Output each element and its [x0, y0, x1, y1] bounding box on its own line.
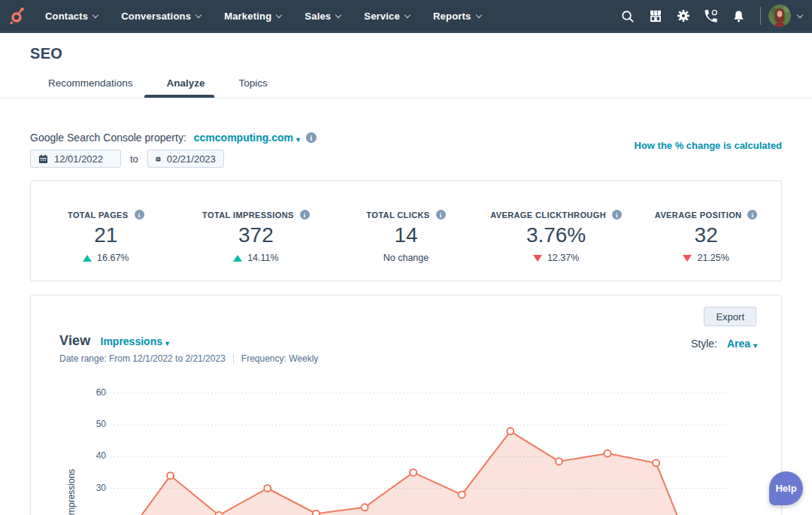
stat-value: 14	[394, 223, 417, 247]
change-direction-icon	[683, 255, 692, 262]
search-icon[interactable]	[614, 5, 641, 27]
nav-item-label: Contacts	[45, 11, 88, 22]
to-label: to	[130, 153, 138, 165]
property-value: ccmcomputing.com	[194, 132, 293, 144]
nav-item-service[interactable]: Service	[364, 11, 411, 22]
nav-utilities	[614, 5, 812, 27]
chevron-down-icon[interactable]	[797, 11, 803, 17]
tab-analyze[interactable]: Analyze	[167, 77, 205, 89]
stat-label: AVERAGE POSITIONi	[655, 210, 758, 220]
impressions-area-chart	[31, 295, 783, 515]
nav-item-reports[interactable]: Reports	[433, 11, 482, 22]
change-direction-icon	[233, 255, 242, 262]
stat-value: 21	[94, 223, 117, 247]
hubspot-logo-icon[interactable]	[0, 6, 35, 26]
export-button[interactable]: Export	[704, 307, 756, 326]
info-icon[interactable]: i	[135, 210, 144, 220]
chevron-down-icon	[335, 11, 341, 17]
nav-item-marketing[interactable]: Marketing	[224, 11, 282, 22]
chevron-down-icon	[476, 11, 482, 17]
chevron-down-icon: ▾	[753, 341, 757, 350]
date-range-picker: 12/01/2022 to 02/21/2023	[30, 150, 224, 168]
stat-value: 32	[695, 223, 718, 247]
end-date-input[interactable]: 02/21/2023	[147, 150, 224, 168]
chevron-down-icon	[195, 11, 201, 17]
nav-menu: Contacts Conversations Marketing Sales S…	[45, 11, 482, 22]
chevron-down-icon: ▾	[165, 339, 169, 347]
tab-recommendations[interactable]: Recommendations	[48, 77, 133, 89]
percent-change-help-link[interactable]: How the % change is calculated	[635, 140, 783, 151]
stat-change: 12.37%	[533, 253, 579, 263]
info-icon[interactable]: i	[436, 210, 446, 220]
calendar-icon	[156, 154, 161, 164]
search-console-property-row: Google Search Console property: ccmcompu…	[30, 132, 317, 144]
start-date-input[interactable]: 12/01/2022	[30, 150, 121, 168]
nav-item-sales[interactable]: Sales	[304, 11, 341, 22]
settings-icon[interactable]	[669, 5, 697, 27]
property-label: Google Search Console property:	[30, 132, 186, 144]
stat-label: AVERAGE CLICKTHROUGHi	[490, 210, 622, 220]
top-navigation: Contacts Conversations Marketing Sales S…	[0, 0, 812, 33]
chart-style-row: Style: Area ▾	[691, 338, 757, 350]
nav-item-label: Marketing	[224, 11, 271, 22]
stat-value: 372	[238, 223, 274, 247]
chevron-down-icon	[404, 11, 411, 17]
view-label: View	[59, 333, 91, 349]
page-title: SEO	[30, 45, 62, 62]
help-button[interactable]: Help	[769, 471, 803, 505]
meta-divider	[233, 354, 234, 364]
chevron-down-icon	[92, 11, 98, 17]
marketplace-icon[interactable]	[641, 5, 669, 27]
tab-topics[interactable]: Topics	[239, 77, 268, 89]
chart-view-row: View Impressions ▾	[59, 333, 169, 349]
info-icon[interactable]: i	[300, 210, 310, 220]
calls-icon[interactable]	[697, 5, 725, 27]
change-direction-icon	[533, 255, 542, 262]
summary-stats-card: TOTAL PAGESi 21 16.67% TOTAL IMPRESSIONS…	[30, 180, 782, 281]
nav-item-contacts[interactable]: Contacts	[45, 11, 98, 22]
stat-change: No change	[383, 253, 429, 263]
nav-item-label: Conversations	[121, 11, 191, 22]
stat-total-clicks: TOTAL CLICKSi 14 No change	[331, 210, 481, 280]
notifications-icon[interactable]	[725, 5, 753, 27]
stat-label: TOTAL CLICKSi	[366, 210, 445, 220]
start-date-value: 12/01/2022	[54, 153, 103, 165]
nav-item-label: Service	[364, 11, 400, 22]
stat-average-clickthrough: AVERAGE CLICKTHROUGHi 3.76% 12.37%	[481, 210, 632, 280]
info-icon[interactable]: i	[747, 210, 757, 220]
chart-date-range: Date range: From 12/1/2022 to 2/21/2023	[59, 353, 226, 364]
impressions-chart-card: Export View Impressions ▾ Date range: Fr…	[30, 295, 782, 515]
tab-bar: Recommendations Analyze Topics	[48, 77, 268, 89]
user-avatar[interactable]	[768, 5, 791, 27]
nav-divider	[760, 7, 761, 25]
stat-total-pages: TOTAL PAGESi 21 16.67%	[31, 210, 181, 280]
nav-item-label: Reports	[433, 11, 471, 22]
stat-change: 21.25%	[683, 253, 729, 263]
y-axis-title: Impressions	[66, 447, 77, 515]
chart-meta-row: Date range: From 12/1/2022 to 2/21/2023 …	[59, 353, 318, 364]
stat-value: 3.76%	[526, 223, 586, 247]
property-select[interactable]: ccmcomputing.com ▾	[194, 132, 300, 144]
calendar-icon	[38, 154, 48, 164]
chart-frequency: Frequency: Weekly	[241, 353, 319, 364]
nav-item-conversations[interactable]: Conversations	[121, 11, 201, 22]
stat-label: TOTAL IMPRESSIONSi	[202, 210, 310, 220]
stat-change: 14.11%	[233, 253, 278, 263]
chevron-down-icon	[276, 11, 282, 17]
style-select[interactable]: Area ▾	[727, 338, 757, 350]
end-date-value: 02/21/2023	[167, 153, 216, 165]
view-metric-select[interactable]: Impressions ▾	[101, 335, 169, 347]
nav-item-label: Sales	[304, 11, 331, 22]
stat-total-impressions: TOTAL IMPRESSIONSi 372 14.11%	[181, 210, 332, 280]
stat-label: TOTAL PAGESi	[68, 210, 144, 220]
stat-average-position: AVERAGE POSITIONi 32 21.25%	[631, 210, 781, 280]
style-label: Style:	[691, 338, 717, 350]
info-icon[interactable]: i	[612, 210, 622, 220]
info-icon[interactable]: i	[306, 132, 317, 143]
tabs-divider	[0, 98, 812, 98]
change-direction-icon	[83, 255, 92, 262]
stat-change: 16.67%	[83, 253, 129, 263]
chevron-down-icon: ▾	[296, 135, 300, 144]
